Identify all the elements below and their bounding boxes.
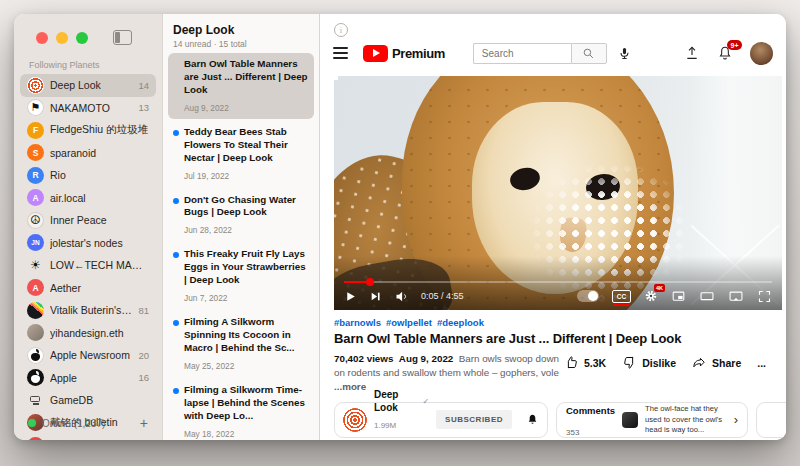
feed-header: Deep Look 14 unread · 15 total — [163, 14, 319, 52]
toggle-sidebar-icon[interactable] — [113, 30, 132, 45]
like-button[interactable]: 5.3K — [564, 355, 606, 370]
more-actions-button[interactable]: ... — [757, 357, 766, 369]
article-date: Jun 7, 2022 — [184, 293, 308, 303]
sidebar-item-inner-peace[interactable]: Inner Peace — [20, 209, 156, 232]
video-description[interactable]: 70,402 views Aug 9, 2022 Barn owls swoop… — [334, 352, 564, 394]
search-button[interactable] — [571, 43, 607, 64]
comments-label: Comments — [566, 405, 615, 416]
channel-notifications-button[interactable] — [526, 413, 539, 426]
sidebar-item-nakamoto[interactable]: NAKAMOTO 13 — [20, 97, 156, 120]
sidebar-item-apple[interactable]: Apple 16 — [20, 367, 156, 390]
sidebar-item-apple-newsroom[interactable]: Apple Newsroom 20 — [20, 344, 156, 367]
minimize-window-button[interactable] — [56, 32, 68, 44]
sidebar-item-sparanoid[interactable]: S sparanoid — [20, 142, 156, 165]
thumbs-down-icon — [622, 355, 637, 370]
hashtag-link[interactable]: #barnowls — [334, 317, 381, 328]
content-toolbar — [320, 14, 786, 36]
article-list-item[interactable]: Filming A Silkworm Spinning Its Cocoon i… — [168, 311, 314, 377]
subscribed-button[interactable]: SUBSCRIBED — [436, 410, 512, 429]
feed-label: sparanoid — [50, 147, 149, 159]
hashtag-link[interactable]: #owlpellet — [386, 317, 432, 328]
comments-count: 353 — [566, 428, 579, 437]
sidebar-item-rio[interactable]: R Rio — [20, 164, 156, 187]
window-controls — [14, 14, 162, 45]
next-button[interactable] — [369, 290, 382, 303]
sidebar-item-deep-look[interactable]: Deep Look 14 — [20, 74, 156, 97]
sidebar-item-yihandesign-eth[interactable]: yihandesign.eth — [20, 322, 156, 345]
unread-count-badge: 81 — [138, 305, 149, 316]
miniplayer-button[interactable] — [671, 289, 686, 304]
article-title: Teddy Bear Bees Stab Flowers To Steal Th… — [184, 126, 308, 165]
volume-icon[interactable] — [394, 289, 409, 304]
sidebar-item-vitalik-buterin-s-we[interactable]: Vitalik Buterin's we... 81 — [20, 299, 156, 322]
article-list-item[interactable]: Teddy Bear Bees Stab Flowers To Steal Th… — [168, 121, 314, 187]
feed-label: Aether — [50, 282, 149, 294]
sidebar: Following Planets Deep Look 14 NAKAMOTO … — [14, 14, 162, 440]
dislike-button[interactable]: Dislike — [622, 355, 676, 370]
brand-label: Premium — [392, 46, 445, 61]
search-icon — [582, 47, 595, 60]
verified-badge-icon: ✓ — [422, 397, 429, 407]
channel-card[interactable]: Deep Look ✓ 1.99M subscribers SUBSCRIBED — [334, 402, 548, 438]
header-actions: 9+ — [684, 42, 773, 65]
zoom-window-button[interactable] — [76, 32, 88, 44]
feed-icon: A — [27, 189, 44, 206]
feed-icon — [27, 324, 44, 341]
notifications-button[interactable]: 9+ — [717, 45, 733, 61]
add-planet-button[interactable]: + — [140, 416, 148, 430]
seek-bar[interactable] — [344, 281, 772, 284]
comments-header: Comments 353 — [566, 399, 615, 440]
time-display: 0:05 / 4:55 — [421, 291, 464, 301]
captions-button[interactable] — [612, 290, 631, 303]
voice-search-button[interactable] — [617, 46, 632, 61]
notification-count-badge: 9+ — [727, 40, 742, 50]
menu-icon[interactable] — [333, 47, 348, 58]
upload-button[interactable] — [684, 45, 700, 61]
comments-card[interactable]: Comments 353 The owl-face hat they used … — [556, 402, 748, 438]
account-avatar[interactable] — [750, 42, 773, 65]
show-more-link[interactable]: ...more — [334, 381, 366, 392]
close-window-button[interactable] — [36, 32, 48, 44]
hashtag-row: #barnowls#owlpellet#deeplook — [334, 317, 772, 328]
subscriber-count: 1.99M subscribers — [374, 421, 415, 440]
next-card-partial — [756, 402, 786, 438]
hashtag-link[interactable]: #deeplook — [437, 317, 484, 328]
cast-button[interactable] — [728, 289, 744, 304]
online-status-icon — [28, 419, 36, 427]
settings-button[interactable]: 4K — [644, 289, 658, 303]
channel-name: Deep Look — [374, 389, 419, 414]
dislike-label: Dislike — [642, 357, 676, 369]
article-list-item[interactable]: Barn Owl Table Manners are Just ... Diff… — [168, 53, 314, 119]
share-label: Share — [712, 357, 741, 369]
channel-avatar[interactable] — [343, 408, 367, 432]
youtube-premium-logo[interactable]: Premium — [363, 45, 445, 62]
video-player[interactable]: 0:05 / 4:55 4K — [334, 76, 782, 310]
autoplay-toggle[interactable] — [577, 290, 599, 302]
sidebar-item-jolestar-s-nodes[interactable]: JN jolestar's nodes — [20, 232, 156, 255]
sidebar-item-aether[interactable]: A Aether — [20, 277, 156, 300]
unread-dot-icon — [173, 388, 179, 394]
share-button[interactable]: Share — [692, 355, 741, 370]
sidebar-item-fledgeshiu[interactable]: F FledgeShiu 的垃圾堆 — [20, 119, 156, 142]
article-list-item[interactable]: This Freaky Fruit Fly Lays Eggs in Your … — [168, 243, 314, 309]
feed-icon — [27, 347, 44, 364]
play-button[interactable] — [344, 290, 357, 303]
feed-label: Rio — [50, 169, 149, 181]
feed-label: Inner Peace — [50, 214, 149, 226]
feed-label: LOW←TECH MAGAZINE — [50, 259, 149, 271]
theater-mode-button[interactable] — [699, 289, 715, 304]
article-list-item[interactable]: Filming a Silkworm Time-lapse | Behind t… — [168, 379, 314, 440]
sidebar-item-air-local[interactable]: A air.local — [20, 187, 156, 210]
sidebar-item-low-tech-magazine[interactable]: LOW←TECH MAGAZINE — [20, 254, 156, 277]
feed-icon — [27, 99, 44, 116]
video-title: Barn Owl Table Manners are Just ... Diff… — [334, 331, 772, 346]
feed-title: Deep Look — [173, 23, 309, 37]
search-input[interactable] — [473, 43, 571, 64]
search-bar — [473, 43, 632, 64]
feed-icon: F — [27, 122, 44, 139]
youtube-header: Premium 9+ — [320, 36, 786, 70]
chevron-right-icon[interactable] — [734, 412, 738, 427]
article-list-item[interactable]: Don't Go Chasing Water Bugs | Deep Look … — [168, 189, 314, 242]
fullscreen-button[interactable] — [757, 289, 772, 304]
info-icon[interactable] — [334, 23, 348, 37]
